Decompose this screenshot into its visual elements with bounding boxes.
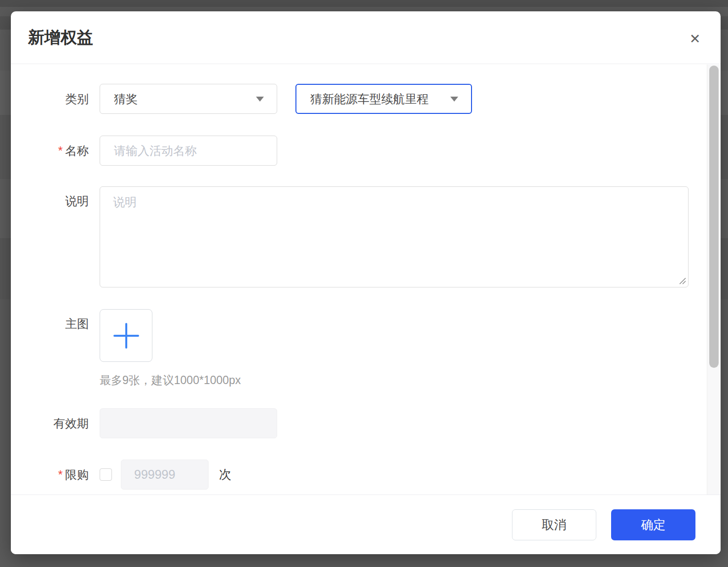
main-image-row: 主图 最多9张，建议1000*1000px	[11, 309, 721, 388]
modal-scrollbar[interactable]	[707, 65, 720, 495]
name-label: * 名称	[11, 143, 89, 158]
chevron-down-icon	[450, 97, 458, 102]
description-label: 说明	[11, 186, 89, 209]
modal-title: 新增权益	[28, 27, 93, 49]
validity-label: 有效期	[11, 416, 89, 431]
purchase-limit-input	[121, 460, 209, 490]
background-row	[0, 0, 728, 7]
activity-name-input[interactable]	[100, 136, 277, 166]
purchase-limit-unit: 次	[219, 466, 231, 483]
description-row: 说明	[11, 186, 721, 287]
select-value: 猜新能源车型续航里程	[310, 91, 429, 107]
main-image-field: 最多9张，建议1000*1000px	[100, 309, 241, 388]
description-textarea[interactable]	[100, 186, 689, 287]
category-row: 类别 猜奖 猜新能源车型续航里程	[11, 84, 721, 114]
purchase-limit-row: * 限购 次	[11, 460, 721, 490]
modal-body: 类别 猜奖 猜新能源车型续航里程 * 名称	[11, 65, 721, 495]
upload-hint: 最多9张，建议1000*1000px	[100, 373, 241, 388]
page-overlay: 新增权益 ✕ 类别 猜奖 猜新能源车型续航里程	[0, 0, 728, 567]
validity-input	[100, 408, 277, 438]
chevron-down-icon	[256, 97, 264, 102]
modal-footer: 取消 确定	[11, 495, 721, 554]
main-image-label: 主图	[11, 309, 89, 331]
close-icon: ✕	[690, 33, 701, 46]
name-row: * 名称	[11, 136, 721, 166]
cancel-button[interactable]: 取消	[512, 509, 596, 540]
required-asterisk: *	[58, 467, 63, 482]
purchase-limit-checkbox[interactable]	[100, 468, 112, 481]
close-button[interactable]: ✕	[686, 30, 704, 48]
description-field-wrap	[100, 186, 689, 287]
required-asterisk: *	[58, 143, 63, 158]
purchase-limit-label: * 限购	[11, 467, 89, 482]
category-subtype-select[interactable]: 猜新能源车型续航里程	[295, 84, 472, 114]
category-label: 类别	[11, 91, 89, 106]
modal-header: 新增权益 ✕	[11, 11, 721, 64]
confirm-button[interactable]: 确定	[611, 509, 695, 540]
plus-icon	[113, 323, 139, 349]
image-upload-button[interactable]	[100, 309, 152, 362]
resize-handle-icon[interactable]	[678, 277, 686, 284]
select-value: 猜奖	[114, 91, 138, 107]
add-benefit-modal: 新增权益 ✕ 类别 猜奖 猜新能源车型续航里程	[11, 11, 721, 554]
validity-row: 有效期	[11, 408, 721, 438]
category-type-select[interactable]: 猜奖	[100, 84, 277, 114]
scrollbar-thumb[interactable]	[709, 66, 719, 368]
